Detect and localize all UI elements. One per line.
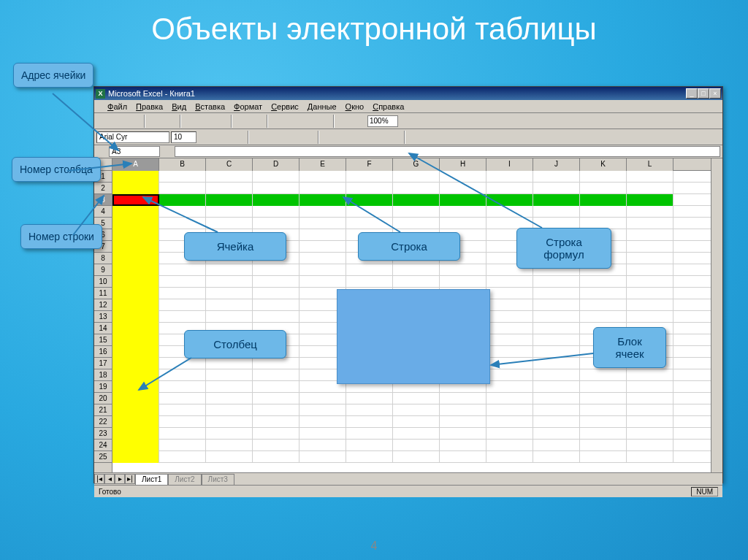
inc-decimal-icon[interactable]: [370, 131, 385, 144]
cell[interactable]: [486, 358, 533, 369]
copy-icon[interactable]: [199, 115, 213, 128]
indent-inc-icon[interactable]: [424, 131, 439, 144]
name-box[interactable]: A3: [109, 146, 160, 157]
cell[interactable]: [253, 451, 299, 463]
menu-данные[interactable]: Данные: [308, 102, 337, 111]
cell[interactable]: [580, 428, 627, 440]
cell[interactable]: [346, 451, 393, 463]
fill-color-icon[interactable]: [457, 131, 471, 144]
cell[interactable]: [299, 276, 346, 288]
cell[interactable]: [346, 393, 393, 404]
cell[interactable]: [253, 206, 299, 218]
borders-icon[interactable]: [440, 131, 455, 144]
cut-icon[interactable]: [183, 115, 198, 128]
cell[interactable]: [393, 171, 440, 183]
cell[interactable]: [206, 358, 253, 369]
menu-вид[interactable]: Вид: [172, 102, 186, 111]
cell[interactable]: [486, 369, 533, 381]
cell[interactable]: [299, 194, 346, 206]
cell[interactable]: [253, 393, 299, 404]
cell[interactable]: [346, 264, 393, 276]
cell[interactable]: [580, 451, 627, 463]
tab-first-icon[interactable]: |◂: [94, 474, 104, 484]
cell[interactable]: [440, 206, 486, 218]
cell[interactable]: [627, 253, 673, 264]
row-header-10[interactable]: 10: [94, 276, 112, 288]
cell[interactable]: [393, 440, 440, 451]
cell[interactable]: [112, 323, 159, 334]
cell[interactable]: [627, 206, 673, 218]
cell[interactable]: [346, 416, 393, 428]
cell[interactable]: [253, 358, 299, 369]
cell[interactable]: [533, 393, 580, 404]
cell[interactable]: [486, 428, 533, 440]
cell[interactable]: [112, 229, 159, 241]
cell[interactable]: [627, 369, 673, 381]
cell[interactable]: [206, 416, 253, 428]
cell[interactable]: [627, 311, 673, 323]
cell[interactable]: [533, 276, 580, 288]
row-header-15[interactable]: 15: [94, 334, 112, 346]
cell[interactable]: [533, 416, 580, 428]
cell[interactable]: [159, 288, 206, 299]
cell[interactable]: [112, 358, 159, 369]
cell[interactable]: [206, 183, 253, 194]
cell[interactable]: [299, 171, 346, 183]
cell[interactable]: [533, 440, 580, 451]
cell[interactable]: [580, 183, 627, 194]
cell[interactable]: [253, 218, 299, 229]
column-header-H[interactable]: H: [440, 158, 486, 171]
cell[interactable]: [627, 183, 673, 194]
cell[interactable]: [299, 440, 346, 451]
cell[interactable]: [159, 404, 206, 416]
cell[interactable]: [159, 264, 206, 276]
cell[interactable]: [486, 311, 533, 323]
cell[interactable]: [253, 171, 299, 183]
cell[interactable]: [299, 393, 346, 404]
cell[interactable]: [159, 358, 206, 369]
underline-icon[interactable]: [230, 131, 245, 144]
cell[interactable]: [112, 428, 159, 440]
cell[interactable]: [486, 194, 533, 206]
cell[interactable]: [206, 264, 253, 276]
cell[interactable]: [206, 194, 253, 206]
open-icon[interactable]: [112, 115, 126, 128]
cell[interactable]: [159, 299, 206, 311]
bold-icon[interactable]: [198, 131, 213, 144]
cell[interactable]: [533, 206, 580, 218]
column-header-L[interactable]: L: [627, 158, 673, 171]
cell[interactable]: [627, 171, 673, 183]
cell[interactable]: [440, 404, 486, 416]
sum-icon[interactable]: [270, 115, 285, 128]
row-header-12[interactable]: 12: [94, 299, 112, 311]
cell[interactable]: [393, 451, 440, 463]
cell[interactable]: [533, 451, 580, 463]
cell[interactable]: [627, 288, 673, 299]
cell[interactable]: [580, 393, 627, 404]
cell[interactable]: [159, 428, 206, 440]
cell[interactable]: [253, 276, 299, 288]
cell[interactable]: [533, 311, 580, 323]
cell[interactable]: [159, 206, 206, 218]
currency-icon[interactable]: [322, 131, 337, 144]
cell[interactable]: [346, 183, 393, 194]
close-button[interactable]: ×: [709, 88, 721, 99]
row-header-23[interactable]: 23: [94, 428, 112, 440]
menu-файл[interactable]: Файл: [107, 102, 127, 111]
cell[interactable]: [440, 264, 486, 276]
menu-окно[interactable]: Окно: [346, 102, 365, 111]
cell[interactable]: [627, 218, 673, 229]
cell[interactable]: [112, 346, 159, 358]
cell[interactable]: [112, 369, 159, 381]
row-header-21[interactable]: 21: [94, 404, 112, 416]
cell[interactable]: [533, 404, 580, 416]
formula-bar[interactable]: [175, 146, 720, 157]
cell[interactable]: [580, 299, 627, 311]
cell[interactable]: [580, 194, 627, 206]
cell[interactable]: [253, 194, 299, 206]
comma-icon[interactable]: [354, 131, 369, 144]
cell[interactable]: [112, 440, 159, 451]
cell[interactable]: [253, 369, 299, 381]
cell[interactable]: [627, 229, 673, 241]
cell[interactable]: [440, 428, 486, 440]
